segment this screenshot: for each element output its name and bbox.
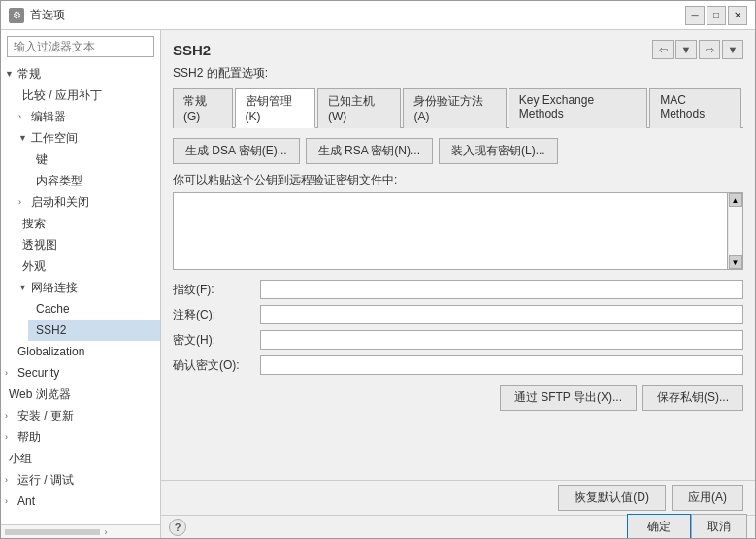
sidebar-item-run[interactable]: › 运行 / 调试 (1, 469, 160, 490)
minimize-button[interactable]: ─ (685, 6, 705, 25)
fingerprint-input[interactable] (260, 280, 743, 299)
export-sftp-button[interactable]: 通过 SFTP 导出(X)... (500, 385, 637, 411)
app-icon: ⚙ (9, 8, 24, 23)
sidebar-item-contenttype[interactable]: 内容类型 (28, 170, 160, 191)
filter-input[interactable] (7, 36, 154, 57)
confirm-passphrase-input[interactable] (260, 355, 743, 375)
sidebar-item-label: Security (17, 364, 59, 382)
panel-title: SSH2 (173, 42, 211, 58)
apply-button[interactable]: 应用(A) (672, 485, 743, 511)
maximize-button[interactable]: □ (707, 6, 726, 25)
fingerprint-label: 指纹(F): (173, 282, 260, 298)
sidebar-item-network[interactable]: ▼ 网络连接 (15, 277, 160, 298)
public-key-textarea[interactable] (174, 193, 727, 269)
gen-rsa-button[interactable]: 生成 RSA 密钥(N)... (306, 138, 433, 164)
panel-subtitle: SSH2 的配置选项: (173, 65, 743, 82)
tree-children-normal: 比较 / 应用补丁 › 编辑器 ▼ 工作空间 键 内容类型 › (15, 84, 160, 341)
main-panel: SSH2 ⇦ ▼ ⇨ ▼ SSH2 的配置选项: 常规(G) 密钥管理(K) 已… (161, 30, 755, 480)
sidebar-item-editor[interactable]: › 编辑器 (15, 106, 160, 127)
scrollbar-up-button[interactable]: ▲ (729, 193, 742, 207)
sidebar-item-label: Ant (17, 492, 35, 510)
sidebar-item-key[interactable]: 键 (28, 149, 160, 170)
sidebar-item-startup[interactable]: › 启动和关闭 (15, 191, 160, 213)
help-button[interactable]: ? (169, 519, 186, 536)
gen-dsa-button[interactable]: 生成 DSA 密钥(E)... (173, 138, 300, 164)
sidebar: ▼ 常规 比较 / 应用补丁 › 编辑器 ▼ 工作空间 键 内容类型 (1, 30, 161, 538)
comment-input[interactable] (260, 305, 743, 324)
tab-normal[interactable]: 常规(G) (173, 88, 233, 128)
save-private-key-button[interactable]: 保存私钥(S)... (642, 385, 743, 411)
expand-arrow: › (5, 471, 15, 488)
expand-arrow: ▼ (18, 279, 28, 296)
expand-arrow: ▼ (18, 129, 28, 147)
sidebar-item-label: 编辑器 (31, 108, 66, 125)
import-key-button[interactable]: 装入现有密钥(L)... (439, 138, 558, 164)
confirm-passphrase-label: 确认密文(O): (173, 357, 260, 374)
tab-macmethods[interactable]: MAC Methods (649, 88, 741, 128)
sidebar-item-webbrowser[interactable]: Web 浏览器 (1, 384, 160, 405)
sidebar-item-label: 工作空间 (31, 129, 78, 147)
tree-children-network: Cache SSH2 (28, 298, 160, 341)
main-content: SSH2 ⇦ ▼ ⇨ ▼ SSH2 的配置选项: 常规(G) 密钥管理(K) 已… (161, 30, 755, 538)
nav-back-button[interactable]: ⇦ (652, 40, 674, 59)
title-bar-left: ⚙ 首选项 (9, 7, 65, 23)
expand-arrow: › (5, 492, 15, 510)
sidebar-item-appearance[interactable]: 外观 (15, 255, 160, 277)
passphrase-input[interactable] (260, 330, 743, 350)
sidebar-item-security[interactable]: › Security (1, 362, 160, 384)
scrollbar-track (729, 207, 742, 255)
sidebar-item-label: 常规 (17, 65, 41, 83)
tab-knownhosts[interactable]: 已知主机(W) (317, 88, 402, 128)
key-hint: 你可以粘贴这个公钥到远程验证密钥文件中: (173, 172, 743, 188)
expand-arrow: › (5, 364, 15, 382)
passphrase-label: 密文(H): (173, 332, 260, 349)
sidebar-item-compare[interactable]: 比较 / 应用补丁 (15, 84, 160, 106)
sidebar-item-label: Globalization (17, 343, 84, 360)
sidebar-item-overview[interactable]: 透视图 (15, 234, 160, 255)
title-bar: ⚙ 首选项 ─ □ ✕ (1, 1, 755, 30)
nav-forward-dropdown-button[interactable]: ▼ (722, 40, 743, 59)
textarea-scrollbar: ▲ ▼ (727, 193, 742, 269)
panel-header: SSH2 ⇦ ▼ ⇨ ▼ (173, 40, 743, 59)
sidebar-item-globalization[interactable]: Globalization (1, 341, 160, 362)
action-bar: 恢复默认值(D) 应用(A) (161, 480, 755, 515)
nav-forward-button[interactable]: ⇨ (699, 40, 720, 59)
expand-arrow: › (5, 407, 15, 424)
tree-children-workspace: 键 内容类型 (28, 149, 160, 191)
sidebar-item-label: 启动和关闭 (31, 193, 89, 211)
passphrase-row: 密文(H): (173, 330, 743, 350)
sidebar-item-team[interactable]: 小组 (1, 448, 160, 469)
expand-arrow: › (18, 108, 28, 125)
tab-authmethods[interactable]: 身份验证方法(A) (403, 88, 506, 128)
sidebar-item-workspace[interactable]: ▼ 工作空间 (15, 127, 160, 149)
ok-button[interactable]: 确定 (627, 514, 691, 538)
cancel-button[interactable]: 取消 (691, 514, 747, 538)
sidebar-item-label: 帮助 (17, 428, 41, 446)
comment-row: 注释(C): (173, 305, 743, 324)
confirm-passphrase-row: 确认密文(O): (173, 355, 743, 375)
sidebar-item-install[interactable]: › 安装 / 更新 (1, 405, 160, 426)
sidebar-item-ssh2[interactable]: SSH2 (28, 320, 160, 341)
restore-defaults-button[interactable]: 恢复默认值(D) (558, 485, 666, 511)
nav-back-dropdown-button[interactable]: ▼ (675, 40, 697, 59)
tree-area: ▼ 常规 比较 / 应用补丁 › 编辑器 ▼ 工作空间 键 内容类型 (1, 63, 160, 524)
sidebar-item-label: 安装 / 更新 (17, 407, 74, 424)
sidebar-right-arrow: › (104, 527, 107, 537)
sidebar-item-cache[interactable]: Cache (28, 298, 160, 320)
export-save-row: 通过 SFTP 导出(X)... 保存私钥(S)... (173, 385, 743, 411)
tab-keyexchange[interactable]: Key Exchange Methods (509, 88, 647, 128)
expand-arrow: › (18, 193, 28, 211)
window-controls: ─ □ ✕ (685, 6, 747, 25)
close-button[interactable]: ✕ (728, 6, 747, 25)
sidebar-item-ant[interactable]: › Ant (1, 490, 160, 512)
key-buttons-row: 生成 DSA 密钥(E)... 生成 RSA 密钥(N)... 装入现有密钥(L… (173, 138, 743, 164)
expand-arrow: › (5, 428, 15, 446)
sidebar-item-normal[interactable]: ▼ 常规 (1, 63, 160, 84)
tab-bar: 常规(G) 密钥管理(K) 已知主机(W) 身份验证方法(A) Key Exch… (173, 87, 743, 128)
content-area: ▼ 常规 比较 / 应用补丁 › 编辑器 ▼ 工作空间 键 内容类型 (1, 30, 755, 538)
scrollbar-down-button[interactable]: ▼ (729, 255, 742, 269)
window-title: 首选项 (30, 7, 65, 23)
sidebar-item-search[interactable]: 搜索 (15, 213, 160, 234)
sidebar-item-helpnav[interactable]: › 帮助 (1, 426, 160, 448)
tab-keymgmt[interactable]: 密钥管理(K) (235, 88, 315, 128)
